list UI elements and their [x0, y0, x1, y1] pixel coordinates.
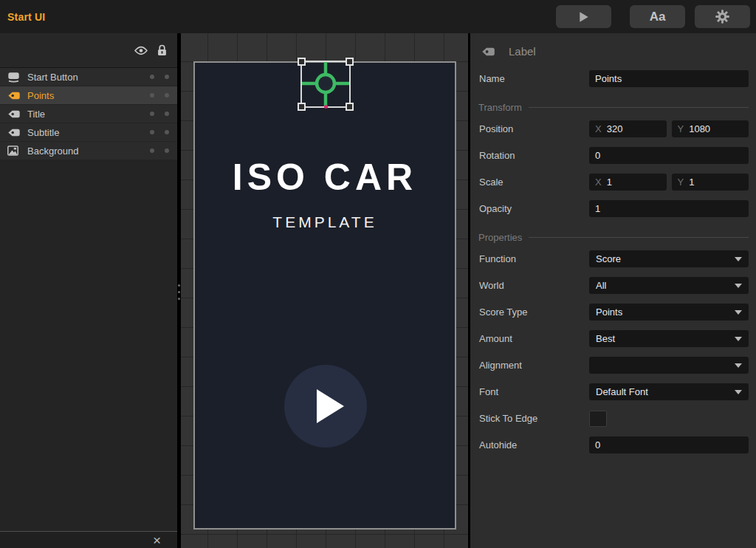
- alignment-row: Alignment: [478, 357, 749, 374]
- scale-y-input[interactable]: [689, 177, 743, 188]
- layer-list: Start ButtonPointsTitleSubtitleBackgroun…: [0, 68, 177, 160]
- layer-row-subtitle[interactable]: Subtitle: [0, 123, 177, 141]
- preview-play-button[interactable]: [556, 5, 611, 28]
- main-content: Start ButtonPointsTitleSubtitleBackgroun…: [0, 33, 756, 548]
- chevron-down-icon: [735, 284, 742, 288]
- opacity-field: [589, 200, 749, 217]
- autohide-row: Autohide: [478, 436, 749, 453]
- amount-label: Amount: [478, 333, 589, 344]
- score-type-dropdown[interactable]: Points: [589, 304, 749, 321]
- layer-visibility-dot[interactable]: [150, 130, 154, 134]
- world-label: World: [478, 280, 589, 291]
- layer-state-dots: [150, 93, 170, 97]
- scale-x-input[interactable]: [607, 177, 661, 188]
- subtitle-text-object[interactable]: TEMPLATE: [195, 213, 455, 231]
- layer-label: Start Button: [27, 72, 150, 83]
- layer-state-dots: [150, 75, 170, 79]
- panel-resize-gripper[interactable]: [178, 284, 180, 300]
- layer-visibility-dot[interactable]: [150, 148, 154, 153]
- axis-prefix-x: X: [595, 123, 602, 134]
- autohide-input[interactable]: [595, 439, 743, 451]
- opacity-row: Opacity: [478, 200, 749, 217]
- lock-toggle-icon[interactable]: [157, 44, 167, 56]
- rotation-input[interactable]: [595, 150, 743, 161]
- score-type-label: Score Type: [478, 306, 589, 318]
- font-settings-button[interactable]: Aa: [630, 5, 685, 28]
- alignment-dropdown[interactable]: [589, 357, 749, 374]
- stick-to-edge-control: [589, 411, 749, 427]
- world-control: All: [589, 277, 749, 294]
- function-value: Score: [596, 253, 735, 264]
- selection-anchor-dot: [324, 105, 328, 109]
- selection-handle-top-right[interactable]: [346, 58, 354, 66]
- label-icon: [481, 47, 495, 57]
- alignment-control: [589, 357, 749, 374]
- name-input[interactable]: [595, 73, 743, 84]
- start-button-object[interactable]: [284, 365, 367, 448]
- font-control: Default Font: [589, 383, 749, 400]
- world-value: All: [596, 280, 735, 291]
- score-type-value: Points: [596, 306, 735, 318]
- scale-label: Scale: [478, 177, 589, 188]
- section-title: Transform: [478, 102, 522, 113]
- amount-dropdown[interactable]: Best: [589, 330, 749, 347]
- function-control: Score: [589, 250, 749, 267]
- selection-handle-bottom-right[interactable]: [346, 103, 354, 111]
- toolbar-buttons: Aa: [556, 5, 750, 28]
- visibility-toggle-eye-icon[interactable]: [134, 46, 148, 55]
- layers-panel-header: [0, 33, 177, 68]
- layer-label: Title: [27, 109, 150, 120]
- opacity-input[interactable]: [595, 203, 743, 214]
- layer-visibility-dot[interactable]: [150, 93, 154, 97]
- stick-to-edge-label: Stick To Edge: [478, 413, 589, 424]
- layer-visibility-dot[interactable]: [150, 112, 154, 116]
- score-type-row: Score TypePoints: [478, 304, 749, 321]
- play-icon: [317, 389, 344, 423]
- layer-label: Points: [27, 90, 150, 101]
- function-dropdown[interactable]: Score: [589, 250, 749, 267]
- position-x-input[interactable]: [607, 123, 661, 134]
- world-dropdown[interactable]: All: [589, 277, 749, 294]
- close-icon[interactable]: ×: [153, 533, 161, 547]
- inspector-panel: Label NameTransformPositionXYRotationSca…: [470, 33, 756, 548]
- layers-panel: Start ButtonPointsTitleSubtitleBackgroun…: [0, 33, 177, 548]
- selection-handle-top-left[interactable]: [298, 58, 306, 66]
- layer-row-background[interactable]: Background: [0, 142, 177, 160]
- layer-lock-dot[interactable]: [165, 75, 169, 79]
- button-icon: [7, 72, 22, 83]
- position-y-input[interactable]: [689, 123, 743, 134]
- layer-row-start-button[interactable]: Start Button: [0, 68, 177, 86]
- section-header-transform: Transform: [478, 102, 749, 113]
- function-label: Function: [478, 253, 589, 264]
- editor-canvas[interactable]: ISO CAR TEMPLATE: [181, 33, 468, 548]
- scale-row: ScaleXY: [478, 174, 749, 191]
- scale-x-field: X: [589, 174, 667, 191]
- font-row: FontDefault Font: [478, 383, 749, 400]
- title-text-object[interactable]: ISO CAR: [195, 156, 455, 199]
- layer-lock-dot[interactable]: [165, 93, 169, 97]
- stick-to-edge-checkbox[interactable]: [589, 411, 607, 427]
- ui-screen-preview: ISO CAR TEMPLATE: [193, 61, 456, 530]
- amount-control: Best: [589, 330, 749, 347]
- layer-lock-dot[interactable]: [165, 112, 169, 116]
- layer-row-points[interactable]: Points: [0, 86, 177, 104]
- font-dropdown[interactable]: Default Font: [589, 383, 749, 400]
- label-icon: [7, 109, 22, 119]
- chevron-down-icon: [735, 363, 742, 368]
- autohide-field: [589, 436, 749, 453]
- settings-button[interactable]: [695, 5, 750, 28]
- scale-control: XY: [589, 174, 749, 191]
- chevron-down-icon: [735, 310, 742, 315]
- selection-handle-bottom-left[interactable]: [298, 103, 306, 111]
- axis-prefix-y: Y: [678, 123, 684, 134]
- layer-visibility-dot[interactable]: [150, 75, 154, 79]
- position-control: XY: [589, 120, 749, 137]
- amount-value: Best: [596, 333, 735, 344]
- selected-object-bounding-box[interactable]: [300, 61, 351, 108]
- play-icon: [579, 11, 589, 23]
- layer-row-title[interactable]: Title: [0, 105, 177, 123]
- top-toolbar: Start UI Aa: [0, 0, 756, 33]
- layer-lock-dot[interactable]: [165, 148, 169, 153]
- opacity-label: Opacity: [478, 203, 589, 214]
- layer-lock-dot[interactable]: [165, 130, 169, 134]
